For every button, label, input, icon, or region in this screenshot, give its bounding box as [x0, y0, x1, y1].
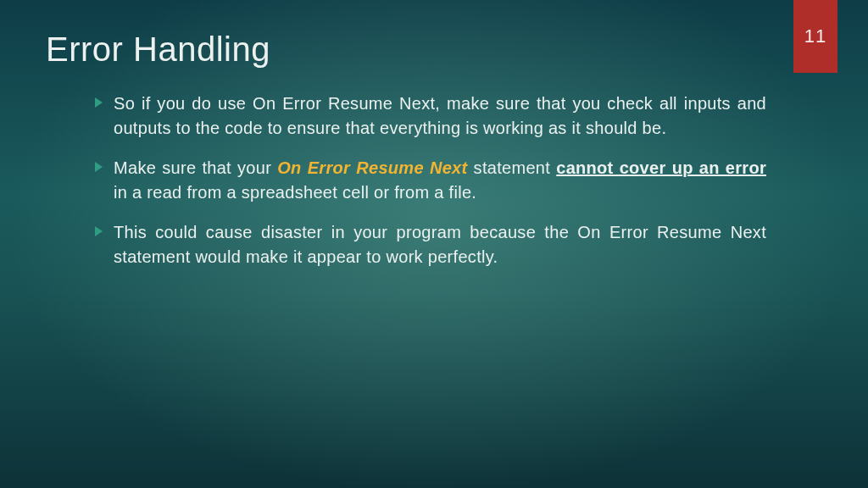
bullet-item: Make sure that your On Error Resume Next…	[95, 156, 766, 205]
bullet-text-pre: Make sure that your	[114, 158, 277, 177]
bullet-text: So if you do use On Error Resume Next, m…	[114, 94, 766, 137]
bullet-item: This could cause disaster in your progra…	[95, 220, 766, 269]
bullet-marker-icon	[95, 97, 103, 108]
slide-title: Error Handling	[46, 30, 270, 69]
bullet-item: So if you do use On Error Resume Next, m…	[95, 92, 766, 141]
slide-number-ribbon: 11	[793, 0, 837, 73]
bullet-text-highlight: On Error Resume Next	[277, 158, 467, 177]
slide-number: 11	[804, 25, 826, 47]
bullet-text-underline: cannot cover up an error	[556, 158, 766, 177]
bullet-marker-icon	[95, 162, 103, 172]
bullet-text-post: in a read from a spreadsheet cell or fro…	[114, 183, 476, 202]
bullet-marker-icon	[95, 226, 103, 236]
slide-body: So if you do use On Error Resume Next, m…	[95, 92, 766, 285]
bullet-text: This could cause disaster in your progra…	[114, 223, 766, 266]
bullet-text-mid: statement	[468, 158, 557, 177]
